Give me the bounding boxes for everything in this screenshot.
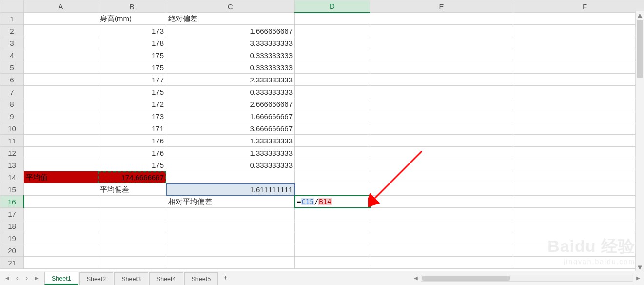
cell-A3[interactable] — [24, 37, 98, 49]
scroll-up-icon[interactable]: ▲ — [636, 11, 644, 19]
cell-A6[interactable] — [24, 74, 98, 86]
cell-F7[interactable] — [513, 86, 644, 98]
cell-D6[interactable] — [295, 74, 370, 86]
sheet-tab-sheet4[interactable]: Sheet4 — [149, 272, 183, 285]
cell-D15[interactable] — [295, 183, 370, 196]
cell-D13[interactable] — [295, 159, 370, 171]
spreadsheet-grid[interactable]: ABCDEFG1身高(mm)绝对偏差21731.66666666731783.3… — [0, 0, 644, 271]
sheet-tab-sheet5[interactable]: Sheet5 — [184, 272, 218, 285]
cell-D19[interactable] — [295, 232, 370, 244]
row-header-5[interactable]: 5 — [0, 61, 24, 74]
row-header-3[interactable]: 3 — [0, 37, 24, 49]
cell-E16[interactable] — [370, 196, 513, 208]
cell-E18[interactable] — [370, 220, 513, 232]
cell-F11[interactable] — [513, 135, 644, 147]
cell-B15[interactable]: 平均偏差 — [98, 183, 166, 196]
column-header-E[interactable]: E — [370, 0, 513, 13]
cell-F15[interactable] — [513, 183, 644, 196]
cell-F12[interactable] — [513, 147, 644, 159]
cell-B8[interactable]: 172 — [98, 98, 166, 110]
column-header-D[interactable]: D — [295, 0, 370, 13]
row-header-20[interactable]: 20 — [0, 244, 24, 257]
cell-E14[interactable] — [370, 171, 513, 183]
cell-F8[interactable] — [513, 98, 644, 110]
cell-F3[interactable] — [513, 37, 644, 49]
cell-A12[interactable] — [24, 147, 98, 159]
cell-E11[interactable] — [370, 135, 513, 147]
cell-E8[interactable] — [370, 98, 513, 110]
cell-C20[interactable] — [166, 244, 295, 257]
cell-D7[interactable] — [295, 86, 370, 98]
cell-B4[interactable]: 175 — [98, 49, 166, 61]
cell-F13[interactable] — [513, 159, 644, 171]
cell-C14[interactable] — [166, 171, 295, 183]
row-header-18[interactable]: 18 — [0, 220, 24, 232]
column-header-C[interactable]: C — [166, 0, 295, 13]
cell-C1[interactable]: 绝对偏差 — [166, 13, 295, 25]
cell-E10[interactable] — [370, 122, 513, 135]
cell-F17[interactable] — [513, 208, 644, 220]
tab-nav-prev-icon[interactable]: ‹ — [13, 274, 21, 283]
cell-A20[interactable] — [24, 244, 98, 257]
cell-F6[interactable] — [513, 74, 644, 86]
cell-A5[interactable] — [24, 61, 98, 74]
cell-F10[interactable] — [513, 122, 644, 135]
cell-E6[interactable] — [370, 74, 513, 86]
cell-F4[interactable] — [513, 49, 644, 61]
cell-F14[interactable] — [513, 171, 644, 183]
row-header-4[interactable]: 4 — [0, 49, 24, 61]
cell-B5[interactable]: 175 — [98, 61, 166, 74]
cell-B13[interactable]: 175 — [98, 159, 166, 171]
cell-B12[interactable]: 176 — [98, 147, 166, 159]
cell-E21[interactable] — [370, 257, 513, 269]
cell-D21[interactable] — [295, 257, 370, 269]
cell-A1[interactable] — [24, 13, 98, 25]
select-all-corner[interactable] — [0, 0, 24, 13]
row-header-6[interactable]: 6 — [0, 74, 24, 86]
cell-A17[interactable] — [24, 208, 98, 220]
row-header-9[interactable]: 9 — [0, 110, 24, 122]
cell-D20[interactable] — [295, 244, 370, 257]
cell-E3[interactable] — [370, 37, 513, 49]
vscroll-thumb[interactable] — [637, 20, 643, 78]
cell-A18[interactable] — [24, 220, 98, 232]
sheet-tab-sheet1[interactable]: Sheet1 — [44, 272, 78, 285]
cell-C18[interactable] — [166, 220, 295, 232]
column-header-A[interactable]: A — [24, 0, 98, 13]
cell-C5[interactable]: 0.333333333 — [166, 61, 295, 74]
sheet-tab-sheet3[interactable]: Sheet3 — [114, 272, 148, 285]
cell-F5[interactable] — [513, 61, 644, 74]
row-header-14[interactable]: 14 — [0, 171, 24, 183]
cell-A7[interactable] — [24, 86, 98, 98]
cell-C3[interactable]: 3.333333333 — [166, 37, 295, 49]
scroll-left-icon[interactable]: ◄ — [412, 274, 420, 282]
horizontal-scrollbar[interactable]: ◄ ► — [410, 271, 644, 285]
cell-C13[interactable]: 0.333333333 — [166, 159, 295, 171]
cell-A10[interactable] — [24, 122, 98, 135]
cell-D17[interactable] — [295, 208, 370, 220]
cell-B17[interactable] — [98, 208, 166, 220]
cell-F1[interactable] — [513, 13, 644, 25]
row-header-19[interactable]: 19 — [0, 232, 24, 244]
cell-E17[interactable] — [370, 208, 513, 220]
cell-E1[interactable] — [370, 13, 513, 25]
tab-nav-first-icon[interactable]: ◄ — [3, 274, 12, 283]
cell-C21[interactable] — [166, 257, 295, 269]
row-header-17[interactable]: 17 — [0, 208, 24, 220]
cell-A8[interactable] — [24, 98, 98, 110]
cell-C16[interactable]: 相对平均偏差 — [166, 196, 295, 208]
sheet-tab-sheet2[interactable]: Sheet2 — [79, 272, 114, 285]
column-header-F[interactable]: F — [513, 0, 644, 13]
cell-C15[interactable]: 1.611111111 — [166, 183, 295, 196]
cell-A14[interactable]: 平均值 — [24, 171, 98, 183]
cell-C8[interactable]: 2.666666667 — [166, 98, 295, 110]
cell-E12[interactable] — [370, 147, 513, 159]
cell-A4[interactable] — [24, 49, 98, 61]
cell-E2[interactable] — [370, 25, 513, 37]
row-header-16[interactable]: 16 — [0, 196, 24, 208]
cell-E4[interactable] — [370, 49, 513, 61]
cell-E15[interactable] — [370, 183, 513, 196]
cell-A16[interactable] — [24, 196, 98, 208]
vscroll-track[interactable] — [636, 19, 644, 263]
cell-F20[interactable] — [513, 244, 644, 257]
